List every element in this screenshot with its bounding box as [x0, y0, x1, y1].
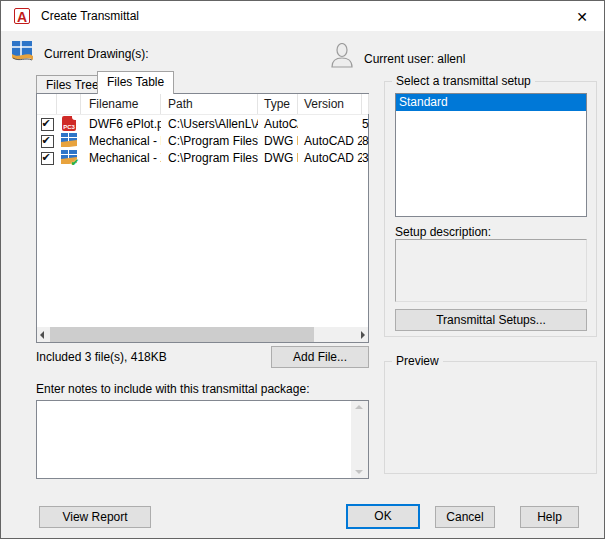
- scroll-right-icon[interactable]: [353, 327, 368, 342]
- row-type: DWG F: [258, 151, 298, 165]
- header-filename[interactable]: Filename: [81, 94, 161, 114]
- select-transmittal-setup-label: Select a transmittal setup: [392, 74, 535, 88]
- files-table-header: Filename Path Type Version: [37, 94, 368, 115]
- files-table: Filename Path Type Version ✔ PC3 DWF6 eP…: [36, 93, 369, 343]
- row-path: C:\Program Files\Au: [161, 151, 258, 165]
- included-files-summary: Included 3 file(s), 418KB: [36, 350, 167, 364]
- header-edge: [362, 94, 369, 114]
- check-icon: ✔: [42, 151, 51, 164]
- row-edge: 5: [362, 117, 369, 131]
- horizontal-scrollbar[interactable]: [37, 327, 368, 342]
- row-path: C:\Program Files\Au: [161, 134, 258, 148]
- scroll-up-icon[interactable]: [351, 401, 368, 416]
- row-checkbox[interactable]: ✔: [41, 135, 54, 148]
- preview-group: Preview: [384, 361, 597, 474]
- header-icon-column: [57, 94, 81, 114]
- header-path[interactable]: Path: [161, 94, 258, 114]
- view-report-button[interactable]: View Report: [39, 506, 151, 528]
- row-path: C:\Users\AllenL\Ap: [161, 117, 258, 131]
- row-version: AutoCAD 2: [298, 151, 362, 165]
- setup-description-label: Setup description:: [395, 225, 491, 239]
- row-version: AutoCAD 2: [298, 134, 362, 148]
- table-row[interactable]: ✔ Mechanical - Mu C:\Program Files\Au DW…: [37, 132, 368, 149]
- row-edge: 8: [362, 134, 369, 148]
- current-user-label: Current user: allenl: [364, 52, 465, 66]
- scroll-down-icon[interactable]: [351, 463, 368, 478]
- preview-label: Preview: [392, 354, 443, 368]
- row-type: DWG F: [258, 134, 298, 148]
- window-title: Create Transmittal: [41, 9, 139, 23]
- row-type: AutoCA: [258, 117, 298, 131]
- row-edge: 3: [362, 151, 369, 165]
- drawing-stack-icon: [11, 40, 34, 63]
- table-row[interactable]: ✔ ✔ Mechanical - Xr C:\Program Files\Au …: [37, 149, 368, 166]
- row-filename: Mechanical - Mu: [81, 134, 161, 148]
- create-transmittal-dialog: A Create Transmittal ✕ Current Drawing(s…: [0, 0, 605, 539]
- setup-list-item-standard[interactable]: Standard: [396, 94, 586, 111]
- row-checkbox[interactable]: ✔: [41, 118, 54, 131]
- check-icon: ✔: [42, 134, 51, 147]
- dwg-file-icon: [61, 133, 77, 147]
- close-icon[interactable]: ✕: [573, 8, 591, 26]
- check-icon: ✔: [42, 117, 51, 130]
- titlebar: A Create Transmittal ✕: [1, 1, 604, 31]
- notes-vertical-scrollbar[interactable]: [351, 401, 368, 478]
- header-type[interactable]: Type: [258, 94, 298, 114]
- xref-check-icon: ✔: [71, 157, 79, 165]
- setup-description-box: [395, 239, 587, 302]
- row-filename: DWF6 ePlot.pc3: [81, 117, 161, 131]
- help-button[interactable]: Help: [520, 506, 579, 528]
- row-checkbox[interactable]: ✔: [41, 152, 54, 165]
- tab-files-table[interactable]: Files Table: [97, 71, 174, 94]
- header-check-column: [37, 94, 57, 114]
- transmittal-setup-list[interactable]: Standard: [395, 93, 587, 217]
- ok-button[interactable]: OK: [346, 504, 420, 529]
- cancel-button[interactable]: Cancel: [435, 506, 495, 528]
- header-version[interactable]: Version: [298, 94, 362, 114]
- user-icon: [331, 43, 353, 68]
- row-filename: Mechanical - Xr: [81, 151, 161, 165]
- transmittal-setups-button[interactable]: Transmittal Setups...: [395, 309, 587, 331]
- autocad-logo-icon: A: [14, 8, 30, 24]
- scrollbar-thumb[interactable]: [50, 327, 314, 342]
- pc3-file-icon: PC3: [62, 116, 76, 131]
- notes-label: Enter notes to include with this transmi…: [36, 382, 309, 396]
- add-file-button[interactable]: Add File...: [271, 346, 369, 368]
- notes-textarea[interactable]: [36, 400, 369, 479]
- table-row[interactable]: ✔ PC3 DWF6 ePlot.pc3 C:\Users\AllenL\Ap …: [37, 115, 368, 132]
- current-drawings-label: Current Drawing(s):: [44, 47, 149, 61]
